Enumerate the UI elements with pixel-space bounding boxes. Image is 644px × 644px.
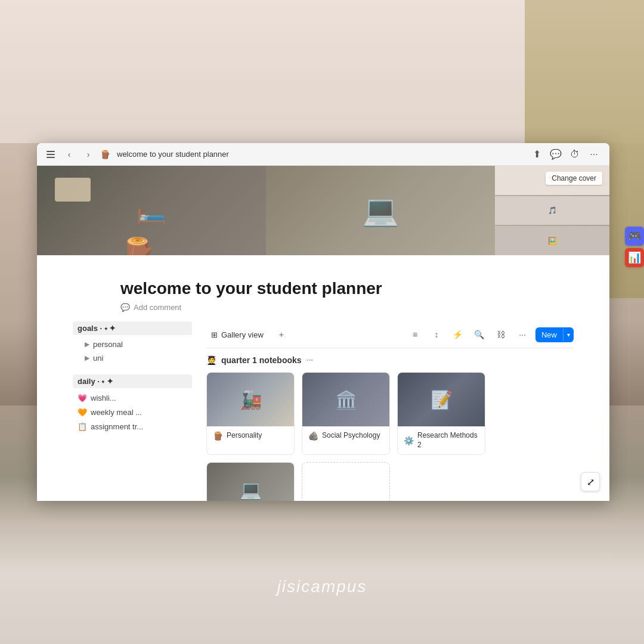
back-button[interactable]: ‹ xyxy=(62,147,76,162)
assignment-icon: 📋 xyxy=(78,422,87,431)
new-button[interactable]: New ▾ xyxy=(535,327,574,342)
daily-item-assignment[interactable]: 📋 assignment tr... ··· xyxy=(73,419,192,434)
card-social-icon: 🪨 xyxy=(308,431,318,441)
forward-button[interactable]: › xyxy=(81,147,95,162)
card-research-image: 📝 xyxy=(398,373,485,426)
page-header: welcome to your student planner 💬 Add co… xyxy=(37,255,609,321)
card-research-img-inner: 📝 xyxy=(398,373,485,426)
history-button[interactable]: ⏱ xyxy=(566,146,583,163)
more-button[interactable]: ··· xyxy=(586,146,602,163)
card-cognitive-image: 💻 xyxy=(207,463,294,501)
cover-image: 📅 🎵 🖼️ Change cover 🪵 xyxy=(37,166,609,255)
card-personality[interactable]: 🚂 🪵 Personality xyxy=(206,372,295,455)
sidebar-item-uni[interactable]: ▶ uni xyxy=(73,351,192,365)
comment-button[interactable]: 💬 xyxy=(547,146,564,163)
meal-icon: 🧡 xyxy=(78,408,87,417)
bolt-button[interactable]: ⚡ xyxy=(450,326,466,343)
change-cover-button[interactable]: Change cover xyxy=(546,172,602,185)
card-social-title: Social Psychology xyxy=(322,431,380,441)
hamburger-icon[interactable] xyxy=(44,148,57,160)
browser-chrome: ‹ › 🪵 welcome to your student planner ⬆ … xyxy=(37,143,609,166)
notion-page: 📅 🎵 🖼️ Change cover 🪵 welcome to your st… xyxy=(37,166,609,501)
goals-heading: goals · ˖ ✦ xyxy=(73,321,192,335)
side-app-1[interactable]: 🎮 xyxy=(625,227,644,246)
daily-item-weekly-meal[interactable]: 🧡 weekly meal ... ··· xyxy=(73,405,192,419)
section-dots[interactable]: ··· xyxy=(306,355,314,365)
expand-button[interactable]: ⤢ xyxy=(581,472,600,491)
expand-icon-personal: ▶ xyxy=(85,340,89,348)
section-title: quarter 1 notebooks xyxy=(221,355,302,365)
watermark: jisicampus xyxy=(277,577,367,596)
comment-icon: 💬 xyxy=(120,303,130,312)
card-personality-title: Personality xyxy=(227,431,262,441)
share-button[interactable]: ⬆ xyxy=(528,146,545,163)
gallery-grid: 🚂 🪵 Personality 🏛️ xyxy=(206,372,574,501)
card-personality-img-inner: 🚂 xyxy=(207,373,294,426)
card-research-icon: ⚙️ xyxy=(404,436,414,445)
card-personality-body: 🪵 Personality xyxy=(207,426,294,445)
card-research-title: Research Methods 2 xyxy=(417,431,479,450)
card-research-body: ⚙️ Research Methods 2 xyxy=(398,426,485,454)
wishlist-icon: 💗 xyxy=(78,394,87,402)
search-button[interactable]: 🔍 xyxy=(471,326,488,343)
add-card-plus-icon: + xyxy=(331,500,336,501)
daily-item-wishlist[interactable]: 💗 wishli... ··· xyxy=(73,391,192,405)
add-comment-button[interactable]: 💬 Add comment xyxy=(120,303,526,312)
side-apps: 🎮 📊 xyxy=(625,227,644,267)
page-content: welcome to your student planner 💬 Add co… xyxy=(37,255,609,501)
main-layout: goals · ˖ ✦ ▶ personal ▶ uni daily · ˖ ✦ xyxy=(37,321,609,501)
address-bar[interactable]: welcome to your student planner xyxy=(117,150,524,159)
favicon-icon: 🪵 xyxy=(100,150,110,159)
page-emoji: 🪵 xyxy=(120,236,156,255)
toolbar-more-button[interactable]: ··· xyxy=(514,326,531,343)
new-button-label: New xyxy=(535,327,563,342)
gallery-toolbar: ⊞ Gallery view + ≡ ↕ ⚡ 🔍 ⛓ ··· New xyxy=(206,321,574,348)
card-social-psychology-img-inner: 🏛️ xyxy=(302,373,389,426)
sort-button[interactable]: ↕ xyxy=(428,326,445,343)
daily-heading: daily · ˖ ✦ xyxy=(73,374,192,388)
daily-section: daily · ˖ ✦ 💗 wishli... ··· 🧡 weekly xyxy=(73,374,192,434)
goals-section: goals · ˖ ✦ ▶ personal ▶ uni xyxy=(73,321,192,365)
new-button-chevron[interactable]: ▾ xyxy=(563,329,574,341)
link-button[interactable]: ⛓ xyxy=(493,326,509,343)
card-personality-image: 🚂 xyxy=(207,373,294,426)
gallery-area: ⊞ Gallery view + ≡ ↕ ⚡ 🔍 ⛓ ··· New xyxy=(206,321,574,501)
page-title: welcome to your student planner xyxy=(120,279,526,298)
sidebar: goals · ˖ ✦ ▶ personal ▶ uni daily · ˖ ✦ xyxy=(73,321,192,501)
side-app-2[interactable]: 📊 xyxy=(625,248,644,267)
card-social-psychology[interactable]: 🏛️ 🪨 Social Psychology xyxy=(302,372,390,455)
card-research-methods[interactable]: 📝 ⚙️ Research Methods 2 xyxy=(397,372,485,455)
card-social-psychology-image: 🏛️ xyxy=(302,373,389,426)
card-social-psychology-body: 🪨 Social Psychology xyxy=(302,426,389,445)
filter-button[interactable]: ≡ xyxy=(407,326,423,343)
add-view-button[interactable]: + xyxy=(273,326,290,343)
browser-window: ‹ › 🪵 welcome to your student planner ⬆ … xyxy=(37,143,609,501)
card-cognitive[interactable]: 💻 📘 Cognitive Psychology xyxy=(206,462,295,501)
section-emoji: 🧑‍🎓 xyxy=(206,355,216,365)
cover-mini-3: 🖼️ xyxy=(495,226,609,255)
sidebar-item-personal[interactable]: ▶ personal xyxy=(73,338,192,351)
browser-actions: ⬆ 💬 ⏱ ··· xyxy=(528,146,602,163)
cover-mini-2: 🎵 xyxy=(495,196,609,225)
cover-right xyxy=(266,166,495,255)
card-personality-icon: 🪵 xyxy=(213,431,223,441)
add-card-label: + New xyxy=(339,500,361,501)
expand-icon-uni: ▶ xyxy=(85,354,89,362)
grid-icon: ⊞ xyxy=(211,330,218,339)
section-header: 🧑‍🎓 quarter 1 notebooks ··· xyxy=(206,355,574,365)
gallery-view-button[interactable]: ⊞ Gallery view xyxy=(206,328,268,342)
add-card-button[interactable]: + + New xyxy=(302,462,390,501)
card-cognitive-img-inner: 💻 xyxy=(207,463,294,501)
